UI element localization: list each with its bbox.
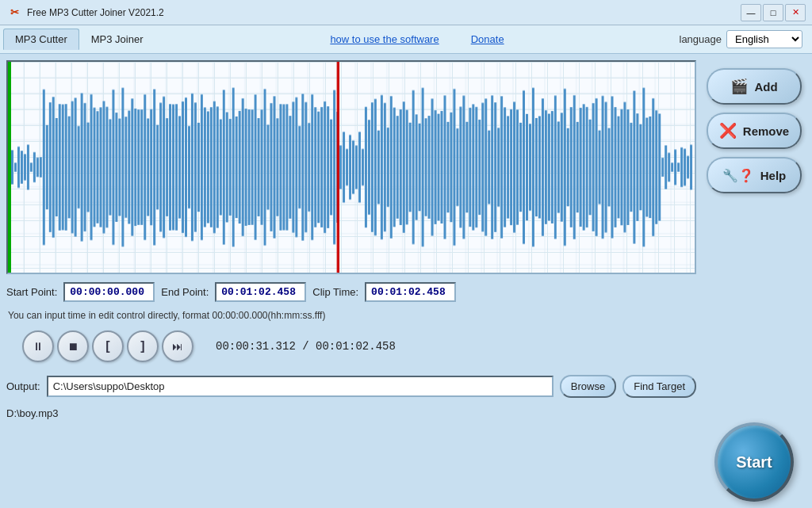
close-button[interactable]: ✕: [785, 4, 806, 21]
donate-link[interactable]: Donate: [471, 33, 504, 45]
help-icon: 🔧❓: [722, 168, 754, 183]
remove-label: Remove: [743, 124, 789, 138]
waveform-container[interactable]: // We'll use JS to draw waveform after: [6, 60, 696, 274]
title-bar: ✂ Free MP3 Cutter Joiner V2021.2 — □ ✕: [0, 0, 812, 25]
maximize-button[interactable]: □: [763, 4, 783, 21]
how-to-link[interactable]: how to use the software: [330, 33, 439, 45]
stop-icon: ⏹: [67, 340, 79, 353]
pause-icon: ⏸: [33, 340, 44, 353]
playhead: [338, 62, 339, 273]
browse-button[interactable]: Browse: [560, 375, 616, 398]
language-select[interactable]: English 中文 Español Français Deutsch 日本語: [726, 30, 802, 48]
menu-bar: MP3 Cutter MP3 Joiner how to use the sof…: [0, 25, 812, 54]
remove-icon: ❌: [719, 122, 737, 139]
clip-time-input[interactable]: [365, 282, 456, 302]
format-hint: You can input time in edit control direc…: [6, 310, 696, 321]
start-mark-icon: [: [105, 339, 109, 353]
waveform-canvas-element: [8, 62, 695, 273]
position-separator: /: [302, 340, 316, 353]
output-label: Output:: [6, 380, 40, 392]
next-button[interactable]: ⏭: [162, 330, 193, 362]
help-label: Help: [760, 169, 787, 182]
next-icon: ⏭: [172, 340, 183, 353]
end-mark-button[interactable]: ]: [127, 330, 159, 362]
pause-button[interactable]: ⏸: [22, 330, 54, 362]
window-title: Free MP3 Cutter Joiner V2021.2: [27, 7, 739, 18]
tab-mp3-cutter[interactable]: MP3 Cutter: [3, 29, 79, 50]
find-target-button[interactable]: Find Target: [622, 375, 696, 398]
tab-mp3-joiner[interactable]: MP3 Joiner: [79, 29, 155, 50]
total-duration: 00:01:02.458: [316, 340, 396, 353]
current-position: 00:00:31.312: [216, 340, 296, 353]
position-display: 00:00:31.312 / 00:01:02.458: [216, 340, 396, 353]
stop-button[interactable]: ⏹: [57, 330, 89, 362]
end-mark-icon: ]: [140, 339, 144, 353]
language-label: language: [680, 33, 722, 45]
left-panel: // We'll use JS to draw waveform after S…: [6, 60, 696, 502]
add-button[interactable]: 🎬 Add: [707, 68, 802, 105]
add-label: Add: [754, 80, 777, 94]
start-mark-button[interactable]: [: [92, 330, 124, 362]
add-icon: 🎬: [730, 78, 748, 95]
start-point-input[interactable]: [63, 282, 155, 302]
transport-buttons: ⏸ ⏹ [ ] ⏭: [22, 330, 193, 362]
help-button[interactable]: 🔧❓ Help: [707, 157, 802, 193]
filename-display: D:\boy.mp3: [6, 406, 696, 421]
output-row: Output: Browse Find Target: [6, 372, 696, 401]
clip-time-label: Clip Time:: [312, 286, 358, 298]
main-content: // We'll use JS to draw waveform after S…: [0, 54, 812, 508]
end-point-label: End Point:: [161, 286, 209, 298]
right-panel: 🎬 Add ❌ Remove 🔧❓ Help Start: [703, 60, 806, 502]
language-section: language English 中文 Español Français Deu…: [680, 30, 810, 48]
transport-row: ⏸ ⏹ [ ] ⏭ 00:00:31.312 / 00:01:02.458: [6, 326, 696, 367]
remove-button[interactable]: ❌ Remove: [707, 113, 802, 149]
start-button[interactable]: Start: [714, 422, 794, 502]
start-point-label: Start Point:: [6, 286, 57, 298]
app-icon: ✂: [6, 5, 22, 21]
menu-links: how to use the software Donate: [155, 33, 680, 45]
minimize-button[interactable]: —: [741, 4, 761, 21]
output-path-input[interactable]: [47, 376, 553, 397]
time-controls: Start Point: End Point: Clip Time:: [6, 279, 696, 305]
end-point-input[interactable]: [215, 282, 306, 302]
start-marker: [8, 62, 11, 273]
